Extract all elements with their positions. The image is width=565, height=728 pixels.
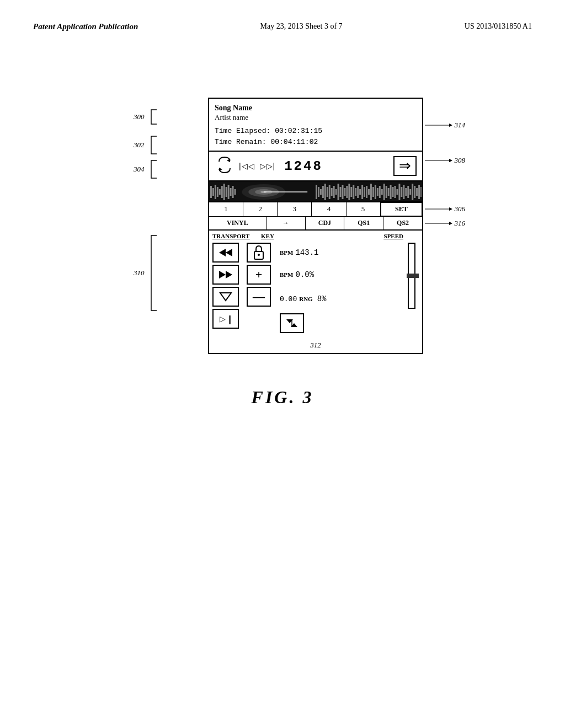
svg-rect-58 [390,185,392,199]
svg-rect-63 [401,187,402,197]
time-info: Time Elapsed: 00:02:31:15 Time Remain: 0… [215,126,417,147]
label-316: 316 [455,219,466,228]
svg-marker-78 [226,249,232,256]
svg-rect-44 [359,189,361,195]
key-lock-btn[interactable] [247,243,271,263]
svg-rect-37 [344,188,345,196]
label-300: 300 [134,113,145,121]
svg-rect-69 [414,186,415,198]
label-310: 310 [134,269,145,277]
svg-rect-60 [395,186,396,198]
waveform-svg [209,181,422,202]
bpm-row-2: BPM 0.0% [280,265,400,285]
svg-rect-42 [355,188,356,196]
svg-rect-50 [372,187,374,197]
num-btn-5[interactable]: 5 [347,202,381,216]
num-btn-4[interactable]: 4 [312,202,346,216]
artist-name: Artist name [215,113,417,122]
svg-rect-29 [327,187,328,197]
svg-marker-77 [219,249,226,256]
bottom-controls: ▷ ‖ + — [209,240,422,338]
svg-rect-12 [221,186,223,198]
time-remain-value: 00:04:11:02 [270,138,318,146]
svg-rect-39 [348,184,350,200]
key-column: + — [247,243,271,333]
key-plus-btn[interactable]: + [247,265,271,285]
svg-marker-81 [220,293,231,301]
device-box: Song Name Artist name Time Elapsed: 00:0… [208,98,423,354]
num-btn-1[interactable]: 1 [209,202,243,216]
label-308: 308 [455,156,466,165]
speed-header: SPEED [384,233,403,239]
svg-rect-71 [418,185,420,199]
svg-rect-38 [346,186,348,198]
mode-qs2[interactable]: QS2 [383,217,422,229]
svg-marker-79 [219,271,226,279]
bracket-310 [147,234,158,312]
svg-marker-1 [449,124,452,127]
svg-rect-59 [392,187,394,197]
forward-arrow-btn[interactable]: ⇒ [393,156,417,176]
set-btn[interactable]: SET [381,202,422,216]
svg-rect-51 [375,185,376,199]
svg-rect-34 [338,184,339,200]
svg-rect-72 [420,187,422,197]
bpm-number-display: 1248 [284,159,323,174]
bpm-column: BPM 143.1 BPM 0.0% 0.00 RNG 8% [280,243,400,333]
mode-qs1[interactable]: QS1 [344,217,383,229]
svg-marker-76 [449,222,452,225]
mode-cdj[interactable]: CDJ [306,217,345,229]
svg-rect-64 [403,185,404,199]
mode-arrow[interactable]: → [266,217,306,229]
speed-slider-handle[interactable] [407,274,419,278]
svg-rect-46 [364,187,365,197]
svg-rect-17 [232,186,234,198]
pitch-reset-btn[interactable] [280,313,304,333]
play-icon: ▷ [220,314,226,324]
number-row: 1 2 3 4 5 SET 306 [209,202,422,217]
svg-rect-16 [230,188,232,196]
svg-rect-13 [223,184,225,200]
svg-rect-27 [322,186,324,198]
svg-rect-28 [324,184,326,200]
bpm-row-1: BPM 143.1 [280,243,400,263]
transport-column: ▷ ‖ [212,243,239,333]
svg-rect-53 [379,186,381,198]
svg-rect-49 [370,184,372,200]
time-remain-row: Time Remain: 00:04:11:02 [215,137,417,148]
time-elapsed-row: Time Elapsed: 00:02:31:15 [215,126,417,137]
main-content: 300 302 304 310 [0,31,565,408]
key-minus-btn[interactable]: — [247,287,271,307]
fast-forward-btn[interactable] [212,265,239,285]
header-center-text: May 23, 2013 Sheet 3 of 7 [260,22,343,31]
svg-rect-31 [331,188,333,196]
svg-marker-74 [449,207,452,211]
svg-marker-5 [449,159,452,162]
bracket-300 [147,109,158,125]
num-btn-2[interactable]: 2 [243,202,278,216]
key-header: KEY [261,233,305,239]
rng-percent: 8% [317,295,327,303]
rng-label: RNG [299,296,312,302]
label-306: 306 [455,205,466,213]
rewind-btn[interactable] [212,243,239,263]
svg-marker-2 [227,159,230,162]
num-btn-3[interactable]: 3 [278,202,312,216]
label-312: 312 [310,341,321,349]
time-elapsed-value: 00:02:31:15 [275,127,322,135]
svg-rect-33 [335,189,337,195]
speed-slider[interactable] [408,243,415,309]
pitch-down-btn[interactable] [212,287,239,307]
mode-vinyl[interactable]: VINYL [209,217,266,229]
svg-rect-40 [350,187,352,197]
svg-rect-10 [217,187,218,197]
svg-rect-24 [316,185,317,199]
label-304: 304 [134,165,145,174]
time-remain-label: Time Remain: [215,138,266,146]
speed-column [408,243,415,333]
svg-rect-32 [333,186,335,198]
label-314: 314 [455,121,466,130]
display-section: Song Name Artist name Time Elapsed: 00:0… [209,99,422,152]
bpm-label-2: BPM [280,271,293,278]
play-pause-btn[interactable]: ▷ ‖ [212,309,239,329]
